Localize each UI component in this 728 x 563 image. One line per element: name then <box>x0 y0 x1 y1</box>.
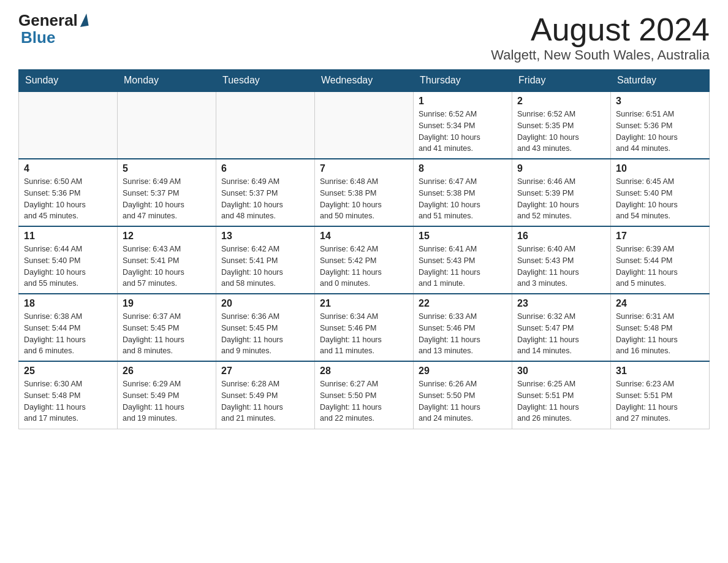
day-info: Sunrise: 6:29 AMSunset: 5:49 PMDaylight:… <box>123 378 211 424</box>
day-info: Sunrise: 6:39 AMSunset: 5:44 PMDaylight:… <box>616 243 704 289</box>
day-number: 20 <box>221 298 309 309</box>
day-number: 29 <box>419 366 507 377</box>
week-row-2: 4Sunrise: 6:50 AMSunset: 5:36 PMDaylight… <box>19 159 710 226</box>
day-info: Sunrise: 6:23 AMSunset: 5:51 PMDaylight:… <box>616 378 704 424</box>
calendar-cell: 18Sunrise: 6:38 AMSunset: 5:44 PMDayligh… <box>19 294 118 361</box>
day-info: Sunrise: 6:46 AMSunset: 5:39 PMDaylight:… <box>517 176 605 222</box>
day-info: Sunrise: 6:38 AMSunset: 5:44 PMDaylight:… <box>24 311 112 357</box>
week-row-5: 25Sunrise: 6:30 AMSunset: 5:48 PMDayligh… <box>19 361 710 429</box>
week-row-3: 11Sunrise: 6:44 AMSunset: 5:40 PMDayligh… <box>19 226 710 294</box>
calendar-cell: 29Sunrise: 6:26 AMSunset: 5:50 PMDayligh… <box>414 361 512 429</box>
day-info: Sunrise: 6:45 AMSunset: 5:40 PMDaylight:… <box>616 176 704 222</box>
day-info: Sunrise: 6:32 AMSunset: 5:47 PMDaylight:… <box>517 311 605 357</box>
calendar-cell: 8Sunrise: 6:47 AMSunset: 5:38 PMDaylight… <box>414 159 512 226</box>
day-number: 12 <box>123 231 211 242</box>
day-info: Sunrise: 6:28 AMSunset: 5:49 PMDaylight:… <box>221 378 309 424</box>
calendar-cell: 11Sunrise: 6:44 AMSunset: 5:40 PMDayligh… <box>19 226 118 294</box>
day-number: 7 <box>320 163 408 174</box>
calendar-cell: 10Sunrise: 6:45 AMSunset: 5:40 PMDayligh… <box>611 159 710 226</box>
day-number: 30 <box>517 366 605 377</box>
day-number: 25 <box>24 366 112 377</box>
calendar-cell: 22Sunrise: 6:33 AMSunset: 5:46 PMDayligh… <box>414 294 512 361</box>
day-number: 2 <box>517 96 605 107</box>
day-info: Sunrise: 6:43 AMSunset: 5:41 PMDaylight:… <box>123 243 211 289</box>
day-number: 1 <box>419 96 507 107</box>
calendar-cell: 21Sunrise: 6:34 AMSunset: 5:46 PMDayligh… <box>315 294 414 361</box>
day-number: 8 <box>419 163 507 174</box>
day-info: Sunrise: 6:52 AMSunset: 5:35 PMDaylight:… <box>517 109 605 155</box>
logo: General Blue <box>18 12 88 47</box>
day-number: 27 <box>221 366 309 377</box>
calendar-cell: 13Sunrise: 6:42 AMSunset: 5:41 PMDayligh… <box>216 226 315 294</box>
calendar-cell <box>216 91 315 159</box>
day-info: Sunrise: 6:25 AMSunset: 5:51 PMDaylight:… <box>517 378 605 424</box>
day-number: 10 <box>616 163 704 174</box>
day-info: Sunrise: 6:49 AMSunset: 5:37 PMDaylight:… <box>123 176 211 222</box>
calendar-cell: 27Sunrise: 6:28 AMSunset: 5:49 PMDayligh… <box>216 361 315 429</box>
day-number: 19 <box>123 298 211 309</box>
logo-arrow-icon <box>78 13 88 27</box>
title-section: August 2024 Walgett, New South Wales, Au… <box>491 12 710 63</box>
calendar-cell: 6Sunrise: 6:49 AMSunset: 5:37 PMDaylight… <box>216 159 315 226</box>
day-number: 4 <box>24 163 112 174</box>
calendar-cell: 25Sunrise: 6:30 AMSunset: 5:48 PMDayligh… <box>19 361 118 429</box>
calendar-cell: 26Sunrise: 6:29 AMSunset: 5:49 PMDayligh… <box>118 361 216 429</box>
day-info: Sunrise: 6:26 AMSunset: 5:50 PMDaylight:… <box>419 378 507 424</box>
day-number: 21 <box>320 298 408 309</box>
day-number: 6 <box>221 163 309 174</box>
calendar-cell: 31Sunrise: 6:23 AMSunset: 5:51 PMDayligh… <box>611 361 710 429</box>
calendar-cell: 30Sunrise: 6:25 AMSunset: 5:51 PMDayligh… <box>512 361 611 429</box>
calendar-cell: 19Sunrise: 6:37 AMSunset: 5:45 PMDayligh… <box>118 294 216 361</box>
day-number: 17 <box>616 231 704 242</box>
calendar-cell: 1Sunrise: 6:52 AMSunset: 5:34 PMDaylight… <box>414 91 512 159</box>
day-number: 22 <box>419 298 507 309</box>
header-sunday: Sunday <box>19 70 118 92</box>
day-info: Sunrise: 6:50 AMSunset: 5:36 PMDaylight:… <box>24 176 112 222</box>
day-info: Sunrise: 6:36 AMSunset: 5:45 PMDaylight:… <box>221 311 309 357</box>
day-info: Sunrise: 6:42 AMSunset: 5:42 PMDaylight:… <box>320 243 408 289</box>
header-saturday: Saturday <box>611 70 710 92</box>
calendar-cell: 5Sunrise: 6:49 AMSunset: 5:37 PMDaylight… <box>118 159 216 226</box>
day-number: 9 <box>517 163 605 174</box>
calendar-cell: 23Sunrise: 6:32 AMSunset: 5:47 PMDayligh… <box>512 294 611 361</box>
day-number: 3 <box>616 96 704 107</box>
day-number: 14 <box>320 231 408 242</box>
calendar-cell <box>315 91 414 159</box>
week-row-1: 1Sunrise: 6:52 AMSunset: 5:34 PMDaylight… <box>19 91 710 159</box>
day-number: 5 <box>123 163 211 174</box>
calendar-cell <box>19 91 118 159</box>
day-number: 24 <box>616 298 704 309</box>
day-number: 13 <box>221 231 309 242</box>
header-monday: Monday <box>118 70 216 92</box>
calendar-cell: 3Sunrise: 6:51 AMSunset: 5:36 PMDaylight… <box>611 91 710 159</box>
calendar-cell: 12Sunrise: 6:43 AMSunset: 5:41 PMDayligh… <box>118 226 216 294</box>
logo-general-text: General <box>18 12 78 28</box>
calendar-cell: 24Sunrise: 6:31 AMSunset: 5:48 PMDayligh… <box>611 294 710 361</box>
day-number: 18 <box>24 298 112 309</box>
day-info: Sunrise: 6:40 AMSunset: 5:43 PMDaylight:… <box>517 243 605 289</box>
calendar-cell: 14Sunrise: 6:42 AMSunset: 5:42 PMDayligh… <box>315 226 414 294</box>
day-info: Sunrise: 6:51 AMSunset: 5:36 PMDaylight:… <box>616 109 704 155</box>
day-info: Sunrise: 6:42 AMSunset: 5:41 PMDaylight:… <box>221 243 309 289</box>
header-friday: Friday <box>512 70 611 92</box>
day-number: 28 <box>320 366 408 377</box>
calendar-header-row: Sunday Monday Tuesday Wednesday Thursday… <box>19 70 710 92</box>
day-info: Sunrise: 6:33 AMSunset: 5:46 PMDaylight:… <box>419 311 507 357</box>
day-info: Sunrise: 6:34 AMSunset: 5:46 PMDaylight:… <box>320 311 408 357</box>
calendar-table: Sunday Monday Tuesday Wednesday Thursday… <box>18 69 710 429</box>
calendar-cell: 4Sunrise: 6:50 AMSunset: 5:36 PMDaylight… <box>19 159 118 226</box>
calendar-cell: 17Sunrise: 6:39 AMSunset: 5:44 PMDayligh… <box>611 226 710 294</box>
calendar-cell: 16Sunrise: 6:40 AMSunset: 5:43 PMDayligh… <box>512 226 611 294</box>
logo-blue-text: Blue <box>21 28 55 47</box>
day-info: Sunrise: 6:44 AMSunset: 5:40 PMDaylight:… <box>24 243 112 289</box>
header-thursday: Thursday <box>414 70 512 92</box>
calendar-cell <box>118 91 216 159</box>
calendar-cell: 7Sunrise: 6:48 AMSunset: 5:38 PMDaylight… <box>315 159 414 226</box>
day-number: 11 <box>24 231 112 242</box>
day-info: Sunrise: 6:41 AMSunset: 5:43 PMDaylight:… <box>419 243 507 289</box>
calendar-cell: 20Sunrise: 6:36 AMSunset: 5:45 PMDayligh… <box>216 294 315 361</box>
day-info: Sunrise: 6:37 AMSunset: 5:45 PMDaylight:… <box>123 311 211 357</box>
logo-top: General <box>18 12 88 28</box>
day-number: 26 <box>123 366 211 377</box>
day-info: Sunrise: 6:31 AMSunset: 5:48 PMDaylight:… <box>616 311 704 357</box>
